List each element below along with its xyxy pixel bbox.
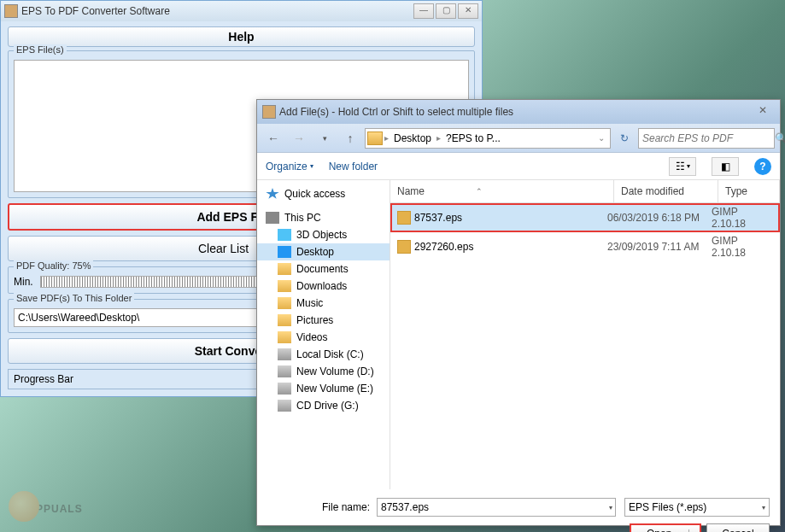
desktop-icon xyxy=(278,246,291,258)
objects-icon xyxy=(278,229,291,241)
nav-new-volume-d[interactable]: New Volume (D:) xyxy=(257,363,390,380)
nav-3d-objects[interactable]: 3D Objects xyxy=(257,226,390,243)
dialog-title: Add File(s) - Hold Ctrl or Shift to sele… xyxy=(279,106,751,118)
chevron-right-icon: ▸ xyxy=(384,133,389,143)
file-type: GIMP 2.10.18 xyxy=(712,206,773,230)
drive-icon xyxy=(278,365,291,377)
help-icon-button[interactable]: ? xyxy=(754,158,771,175)
dialog-titlebar: Add File(s) - Hold Ctrl or Shift to sele… xyxy=(257,100,780,124)
breadcrumb-folder[interactable]: ?EPS to P... xyxy=(442,132,504,144)
chevron-down-icon: ▾ xyxy=(762,504,765,512)
filename-input[interactable] xyxy=(377,498,616,517)
file-row[interactable]: 2927260.eps 23/09/2019 7:11 AM GIMP 2.10… xyxy=(390,232,780,261)
folder-icon xyxy=(278,314,291,326)
folder-icon xyxy=(278,297,291,309)
dialog-close-button[interactable]: ✕ xyxy=(751,103,775,120)
folder-icon xyxy=(278,280,291,292)
file-type: GIMP 2.10.18 xyxy=(712,235,773,259)
nav-cd-drive-g[interactable]: CD Drive (G:) xyxy=(257,397,390,414)
nav-documents[interactable]: Documents xyxy=(257,260,390,278)
file-name: 87537.eps xyxy=(414,212,607,224)
nav-up-button[interactable]: ↑ xyxy=(339,128,361,149)
dialog-toolbar: Organize▾ New folder ☷▾ ◧ ? xyxy=(257,153,780,180)
chevron-down-icon[interactable]: ▾ xyxy=(609,504,612,512)
nav-local-disk-c[interactable]: Local Disk (C:) xyxy=(257,346,390,363)
file-date: 23/09/2019 7:11 AM xyxy=(607,241,712,253)
drive-icon xyxy=(278,383,291,395)
file-type-filter[interactable]: EPS Files (*.eps) ▾ xyxy=(624,498,770,517)
file-name: 2927260.eps xyxy=(414,241,607,253)
file-open-dialog: Add File(s) - Hold Ctrl or Shift to sele… xyxy=(256,99,781,526)
new-folder-button[interactable]: New folder xyxy=(329,161,378,172)
eps-file-icon xyxy=(397,240,411,254)
organize-button[interactable]: Organize▾ xyxy=(266,161,313,172)
search-box[interactable]: 🔍 xyxy=(638,128,775,149)
nav-videos[interactable]: Videos xyxy=(257,329,390,346)
cd-icon xyxy=(278,400,291,412)
nav-forward-button[interactable]: → xyxy=(288,128,310,149)
quality-min-label: Min. xyxy=(14,276,33,288)
snail-icon xyxy=(9,491,39,522)
column-type[interactable]: Type xyxy=(718,180,780,202)
app-title: EPS To PDF Converter Software xyxy=(21,5,413,17)
breadcrumb-bar[interactable]: ▸ Desktop ▸ ?EPS to P... ⌄ xyxy=(365,128,611,149)
chevron-right-icon: ▸ xyxy=(436,133,441,143)
star-icon xyxy=(266,188,279,200)
nav-back-button[interactable]: ← xyxy=(262,128,284,149)
help-button[interactable]: Help xyxy=(8,26,475,47)
nav-desktop[interactable]: Desktop xyxy=(257,243,390,260)
minimize-button[interactable]: — xyxy=(413,3,434,19)
preview-icon: ◧ xyxy=(721,161,730,172)
app-icon xyxy=(4,4,18,18)
navigation-pane: Quick access This PC 3D Objects Desktop … xyxy=(257,180,390,489)
eps-files-label: EPS File(s) xyxy=(14,44,67,55)
refresh-button[interactable]: ↻ xyxy=(614,128,635,149)
nav-recent-button[interactable]: ▾ xyxy=(313,128,336,149)
quality-label: PDF Quality: 75% xyxy=(14,260,93,271)
file-list-header: Name⌃ Date modified Type xyxy=(390,180,780,203)
nav-pictures[interactable]: Pictures xyxy=(257,312,390,329)
search-input[interactable] xyxy=(642,132,771,144)
save-folder-label: Save PDF(s) To This Folder xyxy=(14,293,134,303)
eps-file-icon xyxy=(397,211,411,225)
column-name[interactable]: Name⌃ xyxy=(390,180,614,202)
app-titlebar: EPS To PDF Converter Software — ▢ ✕ xyxy=(1,1,482,21)
file-row-selected[interactable]: 87537.eps 06/03/2019 6:18 PM GIMP 2.10.1… xyxy=(390,203,780,232)
nav-new-volume-e[interactable]: New Volume (E:) xyxy=(257,380,390,397)
dialog-icon xyxy=(262,105,276,119)
open-button[interactable]: Open ▾ xyxy=(630,523,701,532)
dialog-footer: File name: ▾ EPS Files (*.eps) ▾ Open ▾ … xyxy=(257,489,780,532)
nav-this-pc[interactable]: This PC xyxy=(257,209,390,226)
view-mode-button[interactable]: ☷▾ xyxy=(669,157,696,176)
sort-asc-icon: ⌃ xyxy=(476,187,483,196)
view-icon: ☷ xyxy=(676,161,685,172)
breadcrumb-desktop[interactable]: Desktop xyxy=(390,132,435,144)
column-date-modified[interactable]: Date modified xyxy=(614,180,718,202)
drive-icon xyxy=(278,348,291,360)
appuals-logo: PPUALS xyxy=(9,491,83,522)
close-button[interactable]: ✕ xyxy=(458,3,478,19)
pc-icon xyxy=(266,212,279,224)
file-list-pane: Name⌃ Date modified Type 87537.eps 06/03… xyxy=(390,180,780,489)
filename-label: File name: xyxy=(267,501,370,513)
preview-pane-button[interactable]: ◧ xyxy=(712,157,739,176)
chevron-down-icon[interactable]: ⌄ xyxy=(598,133,608,143)
search-icon: 🔍 xyxy=(775,132,785,144)
file-date: 06/03/2019 6:18 PM xyxy=(607,212,712,224)
folder-icon xyxy=(367,132,383,145)
dialog-nav-bar: ← → ▾ ↑ ▸ Desktop ▸ ?EPS to P... ⌄ ↻ 🔍 xyxy=(257,124,780,153)
folder-icon xyxy=(278,263,291,275)
folder-icon xyxy=(278,331,291,343)
watermark-text: wsxdn.com xyxy=(734,516,776,525)
nav-music[interactable]: Music xyxy=(257,295,390,312)
nav-downloads[interactable]: Downloads xyxy=(257,278,390,295)
maximize-button[interactable]: ▢ xyxy=(436,3,456,19)
nav-quick-access[interactable]: Quick access xyxy=(257,185,390,202)
